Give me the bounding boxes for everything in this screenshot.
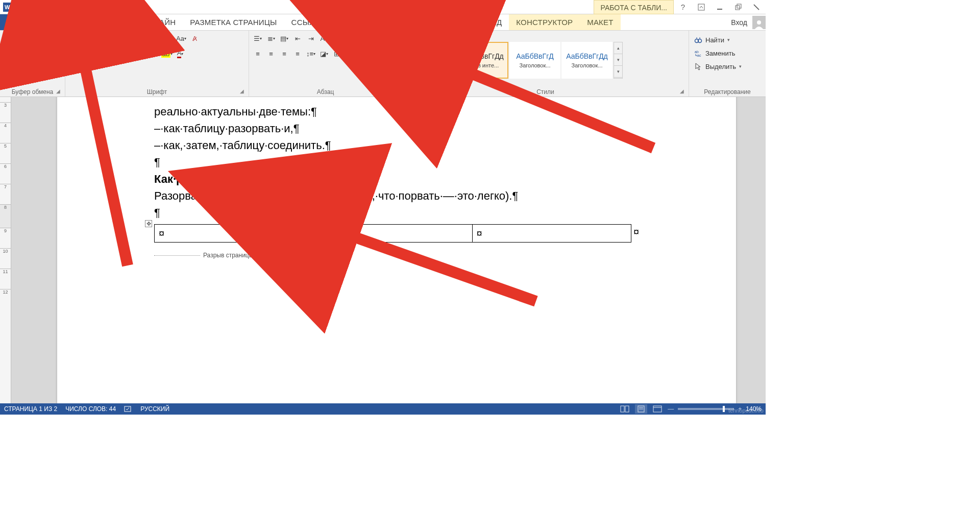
view-read-icon[interactable] [619,404,631,414]
tab-page-layout[interactable]: РАЗМЕТКА СТРАНИЦЫ [183,14,284,30]
decrease-indent-icon[interactable]: ⇤ [292,33,303,44]
svg-rect-26 [621,406,624,412]
tab-insert[interactable]: ВСТАВКА [87,14,137,30]
scroll-up-icon[interactable]: ▴ [614,42,622,54]
strikethrough-icon[interactable]: abc [108,48,119,59]
format-painter-icon[interactable] [35,62,46,74]
table-cell[interactable]: ¤ [313,225,472,243]
styles-gallery: АаБбВвГгДд Обычный АаБбВвГгДд ¶ Без инте… [405,42,623,79]
cut-icon[interactable]: ✂ [35,36,46,47]
document-page[interactable]: реально·актуальны·две·темы:¶ –·как·табли… [57,97,736,403]
word-app-icon[interactable]: W [2,2,13,13]
minimize-icon[interactable] [710,0,729,14]
scroll-more-icon[interactable]: ▾ [614,66,622,78]
zoom-slider[interactable] [678,408,734,410]
select-button[interactable]: Выделить▾ [692,61,744,71]
underline-icon[interactable]: Ч▾ [95,48,106,59]
bullets-icon[interactable]: ☰▾ [252,33,263,44]
vertical-ruler[interactable]: 3 4 5 6 7 8 9 10 11 12 [0,97,11,403]
tab-design[interactable]: ДИЗАЙН [136,14,183,30]
tab-file[interactable]: ФАЙЛ [0,14,36,30]
status-word-count[interactable]: ЧИСЛО СЛОВ: 44 [65,405,116,413]
doc-line: –·как,·затем,·таблицу·соединить.¶ [154,137,639,154]
group-font-label: Шрифт◢ [68,87,246,95]
tab-view[interactable]: ВИД [479,14,509,30]
dialog-launcher-icon[interactable]: ◢ [238,88,246,95]
status-language[interactable]: РУССКИЙ [140,405,169,413]
doc-line: –·как·таблицу·разорвать·и,¶ [154,120,639,137]
binoculars-icon [694,36,702,44]
table-move-handle-icon[interactable]: ✥ [145,220,152,227]
style-heading2[interactable]: АаБбВвГгДд Заголовок... [561,42,612,79]
bold-icon[interactable]: Ж [68,48,80,59]
shading-icon[interactable]: ◪▾ [318,48,330,59]
borders-icon[interactable]: ⊞▾ [332,48,343,59]
ribbon-options-icon[interactable] [692,0,710,14]
copy-icon[interactable] [35,49,46,60]
numbering-icon[interactable]: ≣▾ [265,33,277,44]
align-right-icon[interactable]: ≡ [279,48,290,59]
table-cell[interactable]: ¤ [155,225,313,243]
line-spacing-icon[interactable]: ↕≡▾ [305,48,316,59]
tab-table-layout[interactable]: МАКЕТ [580,14,620,30]
font-color-icon[interactable]: A▾ [175,48,186,59]
group-editing: Найти▾ abac Заменить Выделить▾ Редактиро… [689,31,766,96]
superscript-icon[interactable]: X2 [135,48,146,59]
dialog-launcher-icon[interactable]: ◢ [55,88,62,95]
svg-rect-8 [737,4,741,8]
table-cell[interactable]: ¤ [472,225,631,243]
row-end-mark: ¤ [631,224,639,239]
multilevel-list-icon[interactable]: ▤▾ [279,33,290,44]
font-name-combo[interactable]: Calibri (Осно▾ [68,33,125,44]
font-size-combo[interactable]: 14▾ [127,33,147,44]
text-effects-icon[interactable]: A▾ [148,48,159,59]
svg-rect-3 [19,8,23,10]
view-web-icon[interactable] [651,404,664,414]
subscript-icon[interactable]: X2 [121,48,133,59]
align-center-icon[interactable]: ≡ [265,48,277,59]
svg-rect-31 [653,406,662,412]
styles-gallery-scroll[interactable]: ▴ ▾ ▾ [614,42,623,79]
clear-formatting-icon[interactable]: A̷ [189,33,200,44]
save-icon[interactable] [15,2,27,13]
dialog-launcher-icon[interactable]: ◢ [678,88,685,95]
status-page[interactable]: СТРАНИЦА 1 ИЗ 2 [4,405,57,413]
table-tools-contextual-tab: РАБОТА С ТАБЛИ... [594,0,674,14]
svg-line-10 [754,5,759,10]
shrink-font-icon[interactable]: A˅ [162,33,174,44]
highlight-icon[interactable]: ab▾ [161,48,173,59]
status-proofing-icon[interactable] [124,405,132,413]
grow-font-icon[interactable]: A˄ [149,33,160,44]
tab-home[interactable]: ГЛАВНАЯ [36,14,87,30]
group-paragraph-label: Абзац◢ [252,87,399,95]
italic-icon[interactable]: К [82,48,93,59]
document-table[interactable]: ¤ ¤ ¤ [154,224,631,243]
find-button[interactable]: Найти▾ [692,35,744,45]
style-normal[interactable]: АаБбВвГгДд Обычный [405,42,456,79]
justify-icon[interactable]: ≡ [292,48,303,59]
paste-button[interactable]: Вставить ▾ [3,33,32,69]
tab-mailings[interactable]: РАССЫЛКИ [332,14,389,30]
table-row: ¤ ¤ ¤ [155,225,631,243]
sign-in-link[interactable]: Вход [726,18,752,27]
scroll-down-icon[interactable]: ▾ [614,54,622,66]
increase-indent-icon[interactable]: ⇥ [305,33,316,44]
restore-icon[interactable] [729,0,747,14]
style-no-spacing[interactable]: АаБбВвГгДд ¶ Без инте... [457,42,508,79]
sort-icon[interactable]: A↓ [318,33,330,44]
show-hide-icon[interactable]: ¶ [332,33,343,44]
tab-references[interactable]: ССЫЛКИ [284,14,332,30]
undo-icon[interactable] [33,2,44,13]
dialog-launcher-icon[interactable]: ◢ [391,88,399,95]
change-case-icon[interactable]: Aa▾ [176,33,187,44]
close-icon[interactable] [747,0,766,14]
help-icon[interactable]: ? [674,0,692,14]
view-print-icon[interactable] [635,404,647,414]
tab-review[interactable]: РЕЦЕНЗИРОВАНИЕ [389,14,479,30]
redo-icon[interactable] [51,2,62,13]
tab-table-design[interactable]: КОНСТРУКТОР [509,14,580,30]
replace-button[interactable]: abac Заменить [692,48,744,58]
align-left-icon[interactable]: ≡ [252,48,263,59]
style-heading1[interactable]: АаБбВвГгД Заголовок... [509,42,560,79]
user-avatar-icon[interactable] [752,16,766,29]
